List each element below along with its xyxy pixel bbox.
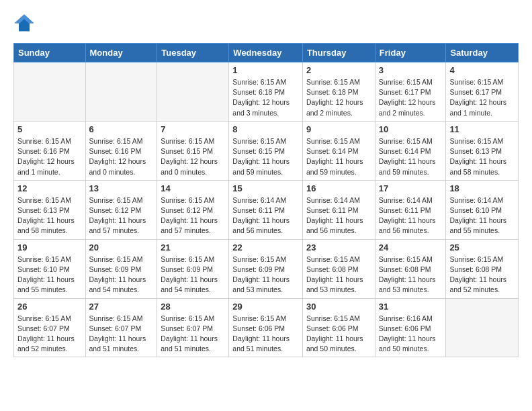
day-info: Sunrise: 6:15 AM Sunset: 6:08 PM Dayligh… (449, 255, 515, 295)
day-cell: 12Sunrise: 6:15 AM Sunset: 6:13 PM Dayli… (14, 180, 86, 239)
day-cell: 23Sunrise: 6:15 AM Sunset: 6:08 PM Dayli… (302, 239, 375, 298)
day-info: Sunrise: 6:14 AM Sunset: 6:11 PM Dayligh… (379, 195, 443, 236)
day-cell: 30Sunrise: 6:15 AM Sunset: 6:06 PM Dayli… (302, 298, 375, 357)
day-cell: 15Sunrise: 6:14 AM Sunset: 6:11 PM Dayli… (229, 180, 303, 239)
day-info: Sunrise: 6:14 AM Sunset: 6:11 PM Dayligh… (306, 195, 371, 236)
day-number: 8 (232, 124, 299, 134)
day-number: 7 (161, 124, 225, 134)
day-cell (14, 62, 86, 122)
day-number: 30 (306, 302, 371, 312)
week-row-3: 12Sunrise: 6:15 AM Sunset: 6:13 PM Dayli… (14, 180, 519, 239)
day-cell: 13Sunrise: 6:15 AM Sunset: 6:12 PM Dayli… (85, 180, 157, 239)
weekday-header-monday: Monday (85, 44, 157, 62)
week-row-4: 19Sunrise: 6:15 AM Sunset: 6:10 PM Dayli… (14, 239, 519, 298)
day-cell: 29Sunrise: 6:15 AM Sunset: 6:06 PM Dayli… (229, 298, 303, 357)
day-info: Sunrise: 6:16 AM Sunset: 6:06 PM Dayligh… (379, 314, 443, 355)
day-info: Sunrise: 6:15 AM Sunset: 6:07 PM Dayligh… (17, 314, 82, 355)
day-number: 9 (306, 124, 371, 134)
day-cell: 21Sunrise: 6:15 AM Sunset: 6:09 PM Dayli… (157, 239, 229, 298)
day-info: Sunrise: 6:14 AM Sunset: 6:11 PM Dayligh… (232, 195, 299, 236)
day-number: 25 (449, 242, 515, 253)
day-info: Sunrise: 6:15 AM Sunset: 6:09 PM Dayligh… (232, 255, 299, 295)
day-cell: 20Sunrise: 6:15 AM Sunset: 6:09 PM Dayli… (85, 239, 157, 298)
week-row-5: 26Sunrise: 6:15 AM Sunset: 6:07 PM Dayli… (14, 298, 519, 357)
day-info: Sunrise: 6:15 AM Sunset: 6:10 PM Dayligh… (17, 255, 82, 295)
day-number: 10 (379, 124, 443, 134)
day-info: Sunrise: 6:15 AM Sunset: 6:17 PM Dayligh… (449, 77, 515, 118)
day-info: Sunrise: 6:15 AM Sunset: 6:15 PM Dayligh… (232, 136, 299, 177)
day-info: Sunrise: 6:15 AM Sunset: 6:16 PM Dayligh… (17, 136, 82, 177)
weekday-header-friday: Friday (375, 44, 446, 62)
weekday-header-saturday: Saturday (446, 44, 519, 62)
week-row-1: 1Sunrise: 6:15 AM Sunset: 6:18 PM Daylig… (14, 62, 519, 122)
day-info: Sunrise: 6:15 AM Sunset: 6:14 PM Dayligh… (379, 136, 443, 177)
day-cell: 4Sunrise: 6:15 AM Sunset: 6:17 PM Daylig… (446, 62, 519, 122)
day-cell: 31Sunrise: 6:16 AM Sunset: 6:06 PM Dayli… (375, 298, 446, 357)
day-cell: 24Sunrise: 6:15 AM Sunset: 6:08 PM Dayli… (375, 239, 446, 298)
day-info: Sunrise: 6:15 AM Sunset: 6:07 PM Dayligh… (89, 314, 154, 355)
day-number: 16 (306, 183, 371, 193)
calendar: SundayMondayTuesdayWednesdayThursdayFrid… (13, 43, 519, 357)
weekday-header-row: SundayMondayTuesdayWednesdayThursdayFrid… (14, 44, 519, 62)
day-cell: 28Sunrise: 6:15 AM Sunset: 6:07 PM Dayli… (157, 298, 229, 357)
day-number: 14 (161, 183, 225, 193)
day-cell: 6Sunrise: 6:15 AM Sunset: 6:16 PM Daylig… (85, 121, 157, 180)
week-row-2: 5Sunrise: 6:15 AM Sunset: 6:16 PM Daylig… (14, 121, 519, 180)
day-cell: 3Sunrise: 6:15 AM Sunset: 6:17 PM Daylig… (375, 62, 446, 122)
day-number: 23 (306, 242, 371, 253)
page: SundayMondayTuesdayWednesdayThursdayFrid… (0, 0, 532, 371)
day-cell: 25Sunrise: 6:15 AM Sunset: 6:08 PM Dayli… (446, 239, 519, 298)
day-cell: 18Sunrise: 6:14 AM Sunset: 6:10 PM Dayli… (446, 180, 519, 239)
day-number: 24 (379, 242, 443, 253)
day-number: 29 (232, 302, 299, 312)
weekday-header-tuesday: Tuesday (157, 44, 229, 62)
day-cell: 14Sunrise: 6:15 AM Sunset: 6:12 PM Dayli… (157, 180, 229, 239)
day-number: 26 (17, 302, 82, 312)
day-info: Sunrise: 6:15 AM Sunset: 6:13 PM Dayligh… (449, 136, 515, 177)
day-number: 2 (306, 65, 371, 75)
day-number: 31 (379, 302, 443, 312)
day-cell (446, 298, 519, 357)
day-number: 13 (89, 183, 154, 193)
day-number: 15 (232, 183, 299, 193)
day-number: 18 (449, 183, 515, 193)
day-cell: 5Sunrise: 6:15 AM Sunset: 6:16 PM Daylig… (14, 121, 86, 180)
day-info: Sunrise: 6:15 AM Sunset: 6:18 PM Dayligh… (232, 77, 299, 118)
day-info: Sunrise: 6:15 AM Sunset: 6:13 PM Dayligh… (17, 195, 82, 236)
day-cell: 7Sunrise: 6:15 AM Sunset: 6:15 PM Daylig… (157, 121, 229, 180)
day-cell: 9Sunrise: 6:15 AM Sunset: 6:14 PM Daylig… (302, 121, 375, 180)
day-info: Sunrise: 6:15 AM Sunset: 6:06 PM Dayligh… (306, 314, 371, 355)
header (13, 13, 519, 32)
day-number: 20 (89, 242, 154, 253)
logo-icon (13, 13, 35, 32)
day-cell: 1Sunrise: 6:15 AM Sunset: 6:18 PM Daylig… (229, 62, 303, 122)
day-number: 12 (17, 183, 82, 193)
day-number: 19 (17, 242, 82, 253)
weekday-header-wednesday: Wednesday (229, 44, 303, 62)
day-info: Sunrise: 6:14 AM Sunset: 6:10 PM Dayligh… (449, 195, 515, 236)
day-cell: 17Sunrise: 6:14 AM Sunset: 6:11 PM Dayli… (375, 180, 446, 239)
day-cell: 27Sunrise: 6:15 AM Sunset: 6:07 PM Dayli… (85, 298, 157, 357)
day-info: Sunrise: 6:15 AM Sunset: 6:12 PM Dayligh… (161, 195, 225, 236)
day-number: 28 (161, 302, 225, 312)
logo (13, 13, 36, 32)
day-number: 21 (161, 242, 225, 253)
day-info: Sunrise: 6:15 AM Sunset: 6:14 PM Dayligh… (306, 136, 371, 177)
day-cell: 8Sunrise: 6:15 AM Sunset: 6:15 PM Daylig… (229, 121, 303, 180)
day-number: 22 (232, 242, 299, 253)
weekday-header-thursday: Thursday (302, 44, 375, 62)
day-info: Sunrise: 6:15 AM Sunset: 6:08 PM Dayligh… (379, 255, 443, 295)
day-cell: 2Sunrise: 6:15 AM Sunset: 6:18 PM Daylig… (302, 62, 375, 122)
day-cell: 22Sunrise: 6:15 AM Sunset: 6:09 PM Dayli… (229, 239, 303, 298)
day-info: Sunrise: 6:15 AM Sunset: 6:09 PM Dayligh… (89, 255, 154, 295)
day-cell: 26Sunrise: 6:15 AM Sunset: 6:07 PM Dayli… (14, 298, 86, 357)
day-cell: 19Sunrise: 6:15 AM Sunset: 6:10 PM Dayli… (14, 239, 86, 298)
day-info: Sunrise: 6:15 AM Sunset: 6:17 PM Dayligh… (379, 77, 443, 118)
day-cell (157, 62, 229, 122)
day-info: Sunrise: 6:15 AM Sunset: 6:18 PM Dayligh… (306, 77, 371, 118)
day-info: Sunrise: 6:15 AM Sunset: 6:08 PM Dayligh… (306, 255, 371, 295)
day-number: 6 (89, 124, 154, 134)
day-cell: 11Sunrise: 6:15 AM Sunset: 6:13 PM Dayli… (446, 121, 519, 180)
day-info: Sunrise: 6:15 AM Sunset: 6:12 PM Dayligh… (89, 195, 154, 236)
day-info: Sunrise: 6:15 AM Sunset: 6:06 PM Dayligh… (232, 314, 299, 355)
